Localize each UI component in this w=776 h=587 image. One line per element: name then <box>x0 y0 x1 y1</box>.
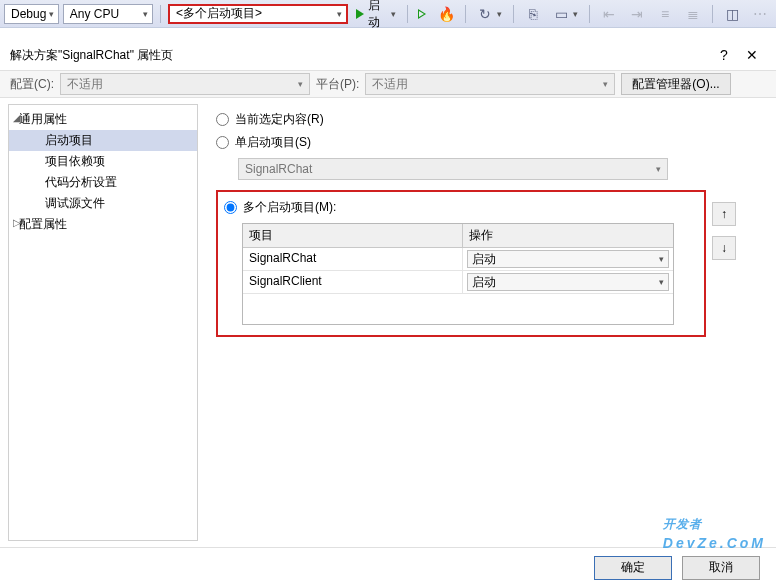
browser-link-button[interactable]: ⎘ <box>521 3 545 25</box>
platform-label: 平台(P): <box>316 76 359 93</box>
grid-row[interactable]: SignalRClient 启动▾ <box>243 271 673 294</box>
tree-common-properties[interactable]: ◢ 通用属性 <box>9 109 197 130</box>
start-no-debug-button[interactable] <box>414 3 430 25</box>
tree-label: 配置属性 <box>19 217 67 231</box>
indent-button[interactable]: ⇥ <box>625 3 649 25</box>
chevron-down-icon: ▾ <box>573 9 578 19</box>
config-label: 配置(C): <box>10 76 54 93</box>
config-manager-label: 配置管理器(O)... <box>632 76 719 93</box>
single-project-value: SignalRChat <box>245 162 312 176</box>
refresh-button[interactable]: ↻▾ <box>473 3 506 25</box>
more-icon: ⋯ <box>752 6 768 22</box>
radio-current-selection[interactable]: 当前选定内容(R) <box>216 108 762 131</box>
config-combo-text: Debug <box>11 7 46 21</box>
chevron-down-icon: ▾ <box>659 254 664 264</box>
close-button[interactable]: ✕ <box>738 47 766 63</box>
projects-grid: 项目 操作 SignalRChat 启动▾ SignalRClient 启动▾ <box>242 223 674 325</box>
radio-input[interactable] <box>216 136 229 149</box>
tree-startup-project[interactable]: 启动项目 <box>9 130 197 151</box>
radio-input[interactable] <box>224 201 237 214</box>
chevron-down-icon: ▾ <box>603 79 608 89</box>
outdent-button[interactable]: ⇤ <box>597 3 621 25</box>
flame-icon: 🔥 <box>438 6 454 22</box>
chevron-down-icon: ▾ <box>298 79 303 89</box>
tree-label: 启动项目 <box>45 133 93 147</box>
platform-combo[interactable]: Any CPU ▾ <box>63 4 153 24</box>
comment-button[interactable]: ≡ <box>653 3 677 25</box>
start-debug-button[interactable]: 启动 ▾ <box>352 3 400 25</box>
platform-combo-text: Any CPU <box>70 7 119 21</box>
main-toolbar: Debug ▾ Any CPU ▾ <多个启动项目> ▾ 启动 ▾ 🔥 ↻▾ ⎘… <box>0 0 776 28</box>
dialog-titlebar: 解决方案"SignalRChat" 属性页 ? ✕ <box>0 40 776 70</box>
layout-icon: ▭ <box>553 6 569 22</box>
refresh-icon: ↻ <box>477 6 493 22</box>
tree-config-properties[interactable]: ▷ 配置属性 <box>9 214 197 235</box>
arrow-up-icon: ↑ <box>721 207 727 221</box>
toolbar-separator <box>465 5 466 23</box>
ok-button[interactable]: 确定 <box>594 556 672 580</box>
single-project-dropdown[interactable]: SignalRChat ▾ <box>238 158 668 180</box>
config-manager-button[interactable]: 配置管理器(O)... <box>621 73 730 95</box>
config-platform-row: 配置(C): 不适用 ▾ 平台(P): 不适用 ▾ 配置管理器(O)... <box>0 70 776 98</box>
comment-icon: ≡ <box>657 6 673 22</box>
startup-projects-combo[interactable]: <多个启动项目> ▾ <box>168 4 348 24</box>
chevron-down-icon: ▾ <box>143 9 148 19</box>
help-button[interactable]: ? <box>710 47 738 63</box>
tree-debug-source[interactable]: 调试源文件 <box>9 193 197 214</box>
toolbar-separator <box>407 5 408 23</box>
nav-tree: ◢ 通用属性 启动项目 项目依赖项 代码分析设置 调试源文件 ▷ 配置属性 <box>8 104 198 541</box>
platform-dropdown[interactable]: 不适用 ▾ <box>365 73 615 95</box>
tree-label: 项目依赖项 <box>45 154 105 168</box>
radio-label: 单启动项目(S) <box>235 134 311 151</box>
radio-multi-projects[interactable]: 多个启动项目(M): <box>224 196 698 219</box>
move-up-button[interactable]: ↑ <box>712 202 736 226</box>
layout-button[interactable]: ▭▾ <box>549 3 582 25</box>
toolbar-separator <box>160 5 161 23</box>
action-value: 启动 <box>472 251 496 268</box>
action-value: 启动 <box>472 274 496 291</box>
bookmark-icon: ◫ <box>724 6 740 22</box>
tree-project-deps[interactable]: 项目依赖项 <box>9 151 197 172</box>
radio-label: 当前选定内容(R) <box>235 111 324 128</box>
grid-row[interactable]: SignalRChat 启动▾ <box>243 248 673 271</box>
chevron-down-icon: ▾ <box>656 164 661 174</box>
action-dropdown[interactable]: 启动▾ <box>467 273 669 291</box>
toolbar-separator <box>712 5 713 23</box>
more-button[interactable]: ⋯ <box>748 3 772 25</box>
dialog-footer: 确定 取消 <box>0 547 776 587</box>
config-combo[interactable]: Debug ▾ <box>4 4 59 24</box>
radio-single-project[interactable]: 单启动项目(S) <box>216 131 762 154</box>
expand-icon: ▷ <box>13 217 21 228</box>
grid-header: 项目 操作 <box>243 224 673 248</box>
bookmark-button[interactable]: ◫ <box>720 3 744 25</box>
tree-label: 通用属性 <box>19 112 67 126</box>
config-value: 不适用 <box>67 76 103 93</box>
content-pane: 当前选定内容(R) 单启动项目(S) SignalRChat ▾ 多个启动项目(… <box>202 98 776 547</box>
uncomment-button[interactable]: ≣ <box>681 3 705 25</box>
indent-icon: ⇥ <box>629 6 645 22</box>
cancel-button[interactable]: 取消 <box>682 556 760 580</box>
dialog-title: 解决方案"SignalRChat" 属性页 <box>10 47 173 64</box>
start-label: 启动 <box>368 0 387 31</box>
tree-code-analysis[interactable]: 代码分析设置 <box>9 172 197 193</box>
play-icon <box>356 9 364 19</box>
radio-input[interactable] <box>216 113 229 126</box>
chevron-down-icon: ▾ <box>391 9 396 19</box>
tree-label: 代码分析设置 <box>45 175 117 189</box>
hot-reload-button[interactable]: 🔥 <box>434 3 458 25</box>
chevron-down-icon: ▾ <box>49 9 54 19</box>
grid-empty <box>243 294 673 324</box>
reorder-buttons: ↑ ↓ <box>712 202 736 260</box>
property-pages-dialog: 解决方案"SignalRChat" 属性页 ? ✕ 配置(C): 不适用 ▾ 平… <box>0 40 776 587</box>
dialog-body: ◢ 通用属性 启动项目 项目依赖项 代码分析设置 调试源文件 ▷ 配置属性 当前… <box>0 98 776 547</box>
toolbar-separator <box>589 5 590 23</box>
config-dropdown[interactable]: 不适用 ▾ <box>60 73 310 95</box>
move-down-button[interactable]: ↓ <box>712 236 736 260</box>
chevron-down-icon: ▾ <box>337 9 342 19</box>
tree-label: 调试源文件 <box>45 196 105 210</box>
col-project: 项目 <box>243 224 463 247</box>
radio-label: 多个启动项目(M): <box>243 199 336 216</box>
collapse-icon: ◢ <box>13 112 21 123</box>
platform-value: 不适用 <box>372 76 408 93</box>
action-dropdown[interactable]: 启动▾ <box>467 250 669 268</box>
